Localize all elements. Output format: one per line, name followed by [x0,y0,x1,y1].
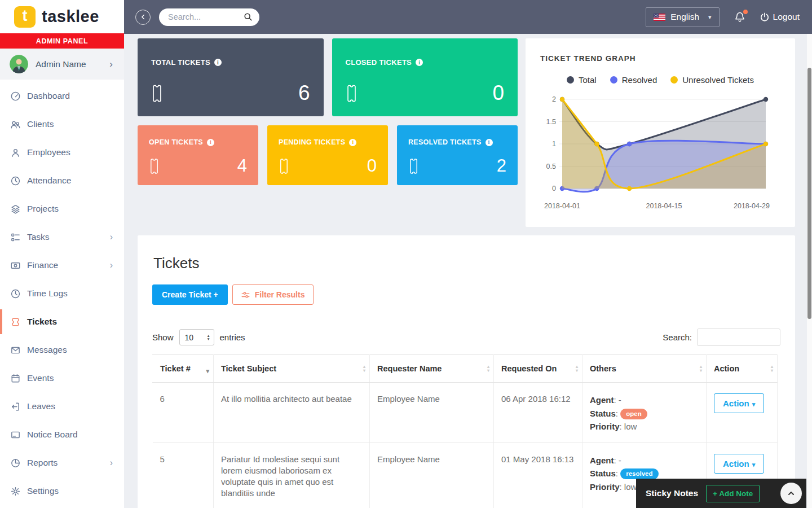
search-icon[interactable] [244,12,253,21]
spinner-arrows-icon: ▴▾ [208,334,210,341]
filter-results-button[interactable]: Filter Results [232,284,314,305]
priority-label: Priority [590,482,620,492]
column-header-requester-name[interactable]: Requester Name ▴▾ [370,355,494,383]
topbar: English ▾ Logout [124,0,812,34]
table-column-label: Ticket # [160,364,191,373]
table-column-label: Others [590,364,616,373]
time-logs-icon [10,288,21,299]
table-search-input[interactable] [697,329,780,346]
avatar [10,55,28,73]
info-icon[interactable]: i [207,139,214,146]
legend-item[interactable]: Unresolved Tickets [670,75,754,85]
sliders-icon [241,291,250,299]
sidebar-item-tickets[interactable]: Tickets › [0,308,124,336]
sidebar-item-label: Leaves [27,401,55,411]
legend-item[interactable]: Resolved [610,75,657,85]
column-header-requested-on[interactable]: Requested On ▴▾ [494,355,582,383]
stat-cards: TOTAL TICKETS i 6 CLOSED TICKETS i 0 OPE… [138,38,518,227]
scroll-to-top-button[interactable] [780,483,802,504]
tickets-panel: Tickets Create Ticket + Filter Results S… [138,235,795,508]
chevron-right-icon: › [110,458,113,468]
chevron-right-icon: › [110,232,113,242]
status-label: Status [590,409,616,418]
sidebar-item-label: Employees [27,147,70,157]
messages-icon [10,345,21,356]
page-size-select[interactable]: 10 ▴▾ [179,329,214,345]
row-action-button[interactable]: Action▾ [714,393,764,413]
info-icon[interactable]: i [349,139,356,146]
sidebar-item-attendance[interactable]: Attendance › [0,167,124,195]
collapse-sidebar-button[interactable] [135,10,151,25]
stat-card-value: 2 [497,156,506,176]
table-header-row: Ticket # ▾ Ticket Subject ▴▾ Requester N… [153,355,778,383]
cell-ticket-id: 6 [153,383,214,443]
sidebar-item-dashboard[interactable]: Dashboard › [0,82,124,110]
legend-dot-icon [610,76,617,84]
sidebar-item-time-logs[interactable]: Time Logs › [0,279,124,308]
legend-item[interactable]: Total [567,75,597,85]
sidebar-item-reports[interactable]: Reports › [0,449,124,477]
add-note-button[interactable]: + Add Note [706,485,760,502]
info-icon[interactable]: i [486,139,493,146]
chevron-right-icon: › [109,59,113,70]
us-flag-icon [654,14,665,21]
sidebar-item-settings[interactable]: Settings › [0,477,124,505]
stat-card-value: 4 [237,156,247,176]
table-column-label: Action [714,364,739,373]
stat-card-label: PENDING TICKETS [279,138,345,146]
sidebar-menu: Dashboard › Clients › Employees › Attend… [0,80,124,505]
stat-card-closed-tickets: CLOSED TICKETS i 0 [332,38,518,116]
stat-card-label: OPEN TICKETS [149,138,203,146]
stat-card-value: 0 [492,81,504,105]
column-header-ticket-subject[interactable]: Ticket Subject ▴▾ [214,355,370,383]
cell-requested-on: 01 May 2018 16:13 [494,443,582,508]
ticket-icon [279,157,289,175]
sidebar-item-finance[interactable]: Finance › [0,251,124,279]
search-input[interactable] [168,12,239,21]
notifications-button[interactable] [734,11,745,23]
sidebar-item-clients[interactable]: Clients › [0,110,124,138]
scrollbar-thumb[interactable] [807,68,811,319]
sidebar-item-label: Events [27,373,54,383]
sort-icon[interactable]: ▴▾ [576,365,578,373]
sort-icon[interactable]: ▴▾ [363,365,365,373]
language-selector[interactable]: English ▾ [646,7,719,27]
sort-icon[interactable]: ▴▾ [771,365,773,373]
info-icon[interactable]: i [416,59,423,66]
agent-value: - [619,456,621,465]
sidebar-item-messages[interactable]: Messages › [0,336,124,364]
sidebar-item-label: Settings [27,486,59,496]
settings-icon [10,486,21,497]
sidebar-item-leaves[interactable]: Leaves › [0,392,124,421]
brand-logo[interactable]: t tasklee [0,0,124,33]
sort-icon[interactable]: ▴▾ [700,365,702,373]
chevron-down-icon: ▾ [752,461,756,468]
sidebar-item-events[interactable]: Events › [0,364,124,392]
logout-button[interactable]: Logout [760,12,800,22]
chevron-down-icon: ▾ [752,401,756,408]
dashboard-icon [10,91,21,102]
stat-card-value: 0 [367,156,377,176]
sidebar-item-projects[interactable]: Projects › [0,195,124,223]
stat-card-label: CLOSED TICKETS [346,58,412,67]
column-header-ticket[interactable]: Ticket # ▾ [153,355,214,383]
row-action-button[interactable]: Action▾ [714,454,764,474]
agent-value: - [619,395,621,405]
create-ticket-button[interactable]: Create Ticket + [152,284,228,305]
sidebar: t tasklee ADMIN PANEL Admin Name › Dashb… [0,0,124,508]
stat-card-label: TOTAL TICKETS [151,58,210,67]
info-icon[interactable]: i [214,59,222,66]
cell-requested-on: 06 Apr 2018 16:12 [494,383,582,443]
sort-icon[interactable]: ▾ [206,367,209,374]
sidebar-user[interactable]: Admin Name › [0,49,124,80]
scrollbar-track[interactable] [807,34,812,508]
sidebar-item-tasks[interactable]: Tasks › [0,223,124,251]
column-header-others[interactable]: Others ▴▾ [582,355,707,383]
page-size-value: 10 [185,333,194,342]
column-header-action[interactable]: Action ▴▾ [707,355,778,383]
sidebar-item-notice-board[interactable]: Notice Board › [0,421,124,449]
svg-text:1: 1 [552,140,556,148]
sort-icon[interactable]: ▴▾ [487,365,489,373]
sidebar-item-label: Clients [27,119,54,129]
sidebar-item-employees[interactable]: Employees › [0,138,124,167]
